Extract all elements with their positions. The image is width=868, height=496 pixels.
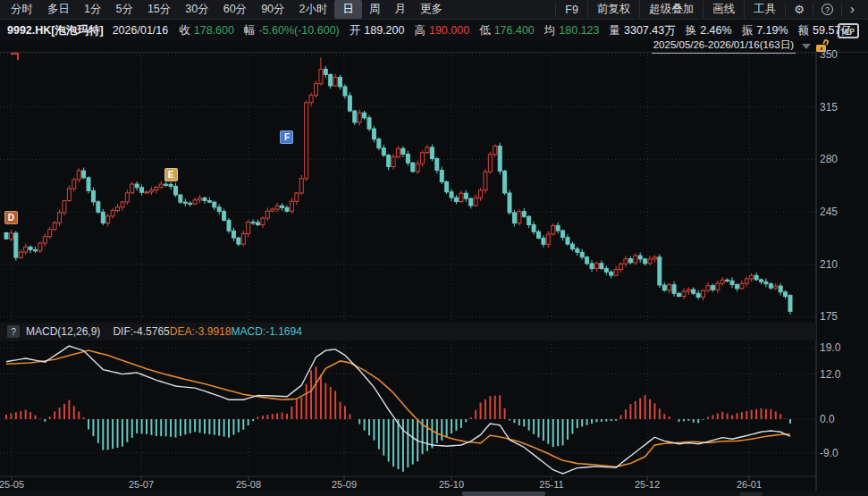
period-tab-90分[interactable]: 90分 xyxy=(254,0,291,19)
action-超级叠加[interactable]: 超级叠加 xyxy=(639,1,703,18)
stock-symbol[interactable]: 9992.HK[泡泡玛特] xyxy=(7,23,104,38)
period-tab-周[interactable]: 周 xyxy=(362,0,388,19)
expand-button[interactable]: › xyxy=(841,4,863,16)
macd-axis-label: 12.0 xyxy=(820,368,863,381)
quote-field-label: 额 xyxy=(798,23,810,38)
chevron-right-icon: › xyxy=(850,2,855,15)
x-axis-label: 25-07 xyxy=(129,479,154,490)
action-前复权[interactable]: 前复权 xyxy=(587,1,640,18)
price-axis-label: 210 xyxy=(820,258,863,271)
quote-field-value: 7.19% xyxy=(756,24,788,37)
quote-field: 振7.19% xyxy=(742,23,788,38)
period-tab-分时[interactable]: 分时 xyxy=(4,0,40,19)
quote-field: 低176.400 xyxy=(479,23,535,38)
toolbar-actions: F9前复权超级叠加画线工具 ⚙ ? › xyxy=(555,0,868,20)
app-window: 分时多日1分5分15分30分60分90分2小时日周月更多 F9前复权超级叠加画线… xyxy=(0,0,868,496)
x-axis-label: 25-08 xyxy=(236,479,261,490)
quote-field-value: 2.46% xyxy=(700,24,731,37)
quote-field: 量3307.43万 xyxy=(610,23,676,38)
quote-field: 收178.600 xyxy=(179,23,234,38)
period-tab-多日[interactable]: 多日 xyxy=(40,0,77,19)
macd-axis-label: 19.0 xyxy=(820,341,863,354)
period-tab-2小时[interactable]: 2小时 xyxy=(292,0,335,19)
scrollbar-segment xyxy=(739,492,763,496)
quote-field-value: 176.400 xyxy=(494,24,535,37)
event-marker-d[interactable]: D xyxy=(4,211,18,224)
quote-field-label: 低 xyxy=(479,23,491,38)
x-axis-label: 25-11 xyxy=(539,479,563,490)
period-tab-日[interactable]: 日 xyxy=(334,0,362,19)
macd-macd-value: MACD:-1.1694 xyxy=(231,325,301,338)
period-tab-1分[interactable]: 1分 xyxy=(77,0,108,19)
quote-field: 换2.46% xyxy=(686,23,732,38)
period-tabs: 分时多日1分5分15分30分60分90分2小时日周月更多 xyxy=(0,0,450,20)
period-tab-60分[interactable]: 60分 xyxy=(216,0,254,19)
x-axis-label: 25-09 xyxy=(332,479,357,490)
period-tab-30分[interactable]: 30分 xyxy=(178,0,215,19)
price-axis-label: 350 xyxy=(820,48,863,61)
quote-field-label: 高 xyxy=(414,23,426,38)
macd-axis-label: -9.0 xyxy=(820,447,863,459)
bottom-scrollbar[interactable] xyxy=(0,491,868,496)
quote-field-label: 幅 xyxy=(244,23,256,38)
quote-field-value: 180.123 xyxy=(559,24,599,37)
quote-field-label: 振 xyxy=(742,23,754,38)
quote-bar: 9992.HK[泡泡玛特] 2026/01/16 收178.600幅-5.60%… xyxy=(0,21,868,40)
quote-field-label: 换 xyxy=(686,23,697,38)
quote-field-label: 均 xyxy=(544,23,556,38)
chart-canvas[interactable] xyxy=(0,53,868,496)
action-画线[interactable]: 画线 xyxy=(703,1,744,18)
quote-field-label: 量 xyxy=(610,23,621,38)
x-axis-label: 25-12 xyxy=(635,479,660,490)
action-F9[interactable]: F9 xyxy=(555,3,587,17)
price-axis-label: 315 xyxy=(820,101,863,113)
price-axis-label: 175 xyxy=(820,310,863,323)
quote-field-label: 开 xyxy=(350,23,361,38)
x-axis-label: 25-05 xyxy=(0,479,24,490)
gear-icon: ⚙ xyxy=(794,4,805,15)
price-axis-label: 245 xyxy=(820,206,863,218)
x-axis-label: 26-01 xyxy=(737,479,762,490)
scrollbar-thumb[interactable] xyxy=(462,492,545,496)
period-tab-月[interactable]: 月 xyxy=(387,0,413,19)
chart-area: ? MACD(12,26,9) DIF:-4.5765 DEA:-3.9918 … xyxy=(0,52,868,496)
quote-field-value: 190.000 xyxy=(429,24,469,37)
period-tab-15分[interactable]: 15分 xyxy=(140,0,178,19)
range-bar: 2025/05/26-2026/01/16(163日) xyxy=(0,40,868,52)
quote-fields: 收178.600幅-5.60%(-10.600)开189.200高190.000… xyxy=(179,23,862,38)
quote-field-value: -5.60%(-10.600) xyxy=(258,24,339,37)
period-tab-5分[interactable]: 5分 xyxy=(108,0,139,19)
event-marker-f[interactable]: F xyxy=(280,130,293,144)
action-工具[interactable]: 工具 xyxy=(744,1,785,18)
quote-field-value: 3307.43万 xyxy=(624,23,676,38)
macd-dif-value: DIF:-4.5765 xyxy=(113,325,169,338)
quote-date: 2026/01/16 xyxy=(113,24,169,37)
wp-logo: WP xyxy=(838,23,859,38)
price-axis-label: 280 xyxy=(820,153,863,165)
settings-button[interactable]: ⚙ xyxy=(785,4,813,16)
quote-field: 开189.200 xyxy=(350,23,405,38)
period-toolbar: 分时多日1分5分15分30分60分90分2小时日周月更多 F9前复权超级叠加画线… xyxy=(0,0,868,20)
quote-field-value: 189.200 xyxy=(364,24,404,37)
macd-header: ? MACD(12,26,9) DIF:-4.5765 DEA:-3.9918 … xyxy=(0,323,816,340)
quote-field-value: 178.600 xyxy=(194,24,234,37)
dropdown-triangle-icon[interactable] xyxy=(802,44,811,49)
help-icon: ? xyxy=(822,4,833,15)
quote-field-label: 收 xyxy=(179,23,190,38)
macd-help-icon[interactable]: ? xyxy=(7,325,20,338)
period-tab-更多[interactable]: 更多 xyxy=(413,0,450,19)
macd-indicator-name[interactable]: MACD(12,26,9) xyxy=(26,325,100,338)
quote-field: 幅-5.60%(-10.600) xyxy=(244,23,340,38)
x-axis-label: 25-10 xyxy=(439,479,464,490)
red-corner-mark xyxy=(11,53,19,60)
event-marker-e[interactable]: E xyxy=(164,168,178,181)
help-button[interactable]: ? xyxy=(813,4,841,16)
quote-field: 均180.123 xyxy=(544,23,600,38)
macd-axis-label: 0.0 xyxy=(820,413,863,425)
quote-field: 高190.000 xyxy=(414,23,469,38)
macd-dea-value: DEA:-3.9918 xyxy=(170,325,232,338)
